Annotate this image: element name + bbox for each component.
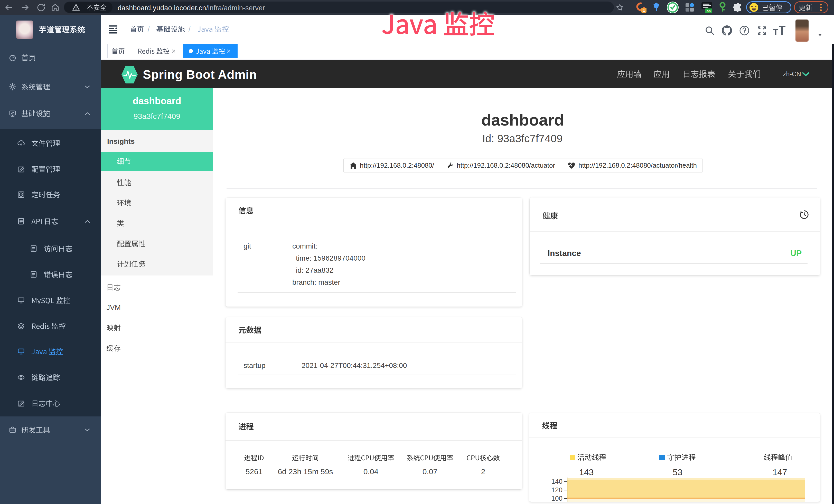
svg-text:1: 1	[643, 8, 645, 13]
svg-text:on: on	[707, 9, 711, 13]
